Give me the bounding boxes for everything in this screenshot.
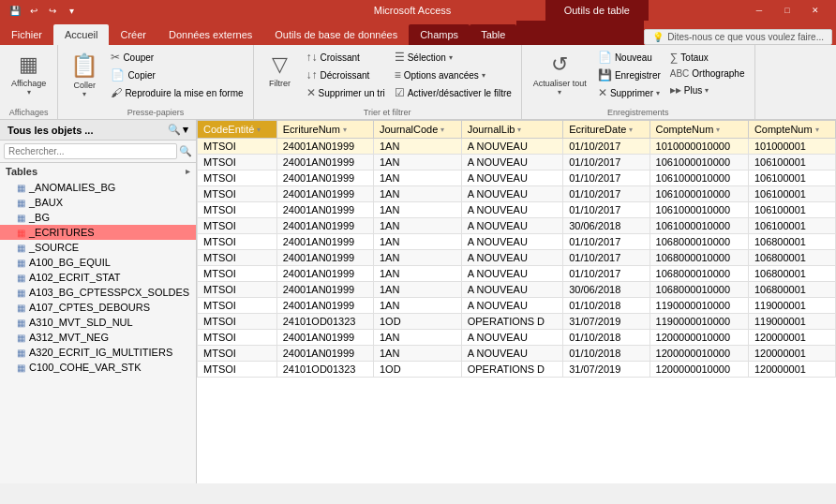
table-row[interactable]: MTSOI24001AN019991ANA NOUVEAU01/10/20171… xyxy=(198,234,836,250)
table-item-a100[interactable]: ▦ A100_BG_EQUIL xyxy=(0,255,196,270)
table-name-a107: A107_CPTES_DEBOURS xyxy=(29,302,150,313)
table-item-a102[interactable]: ▦ A102_ECRIT_STAT xyxy=(0,270,196,285)
table-row[interactable]: MTSOI24001AN019991ANA NOUVEAU01/10/20171… xyxy=(198,170,836,186)
btn-nouveau[interactable]: 📄 Nouveau xyxy=(594,49,664,66)
title-bar-controls[interactable]: ─ □ ✕ xyxy=(746,3,829,18)
table-item-a103[interactable]: ▦ A103_BG_CPTESSPCX_SOLDES xyxy=(0,285,196,300)
btn-copier[interactable]: 📄 Copier xyxy=(107,67,246,83)
table-item-a312[interactable]: ▦ A312_MVT_NEG xyxy=(0,330,196,345)
section-arrow: ▸ xyxy=(186,167,190,176)
table-name-a102: A102_ECRIT_STAT xyxy=(29,272,120,283)
activer-filtre-label: Activer/désactiver le filtre xyxy=(408,88,512,98)
btn-actualiser[interactable]: ↺ Actualiser tout ▾ xyxy=(528,49,592,100)
table-cell: A NOUVEAU xyxy=(461,155,562,170)
table-item-ecritures[interactable]: ▦ _ECRITURES xyxy=(0,225,196,240)
table-row[interactable]: MTSOI24001AN019991ANA NOUVEAU01/10/20181… xyxy=(198,298,836,314)
actualiser-label: Actualiser tout xyxy=(533,79,587,88)
btn-plus[interactable]: ▸▸ Plus ▾ xyxy=(666,82,749,98)
group-affichages-content: ▦ Affichage ▾ xyxy=(6,49,52,106)
btn-activer-filtre[interactable]: ☑ Activer/désactiver le filtre xyxy=(391,84,515,101)
col-header-journalcode[interactable]: JournalCode ▾ xyxy=(373,121,461,139)
table-row[interactable]: MTSOI24001AN019991ANA NOUVEAU01/10/20181… xyxy=(198,330,836,346)
search-input[interactable] xyxy=(4,143,177,159)
table-item-source[interactable]: ▦ _SOURCE xyxy=(0,240,196,255)
undo-icon[interactable]: ↩ xyxy=(26,3,41,18)
redo-icon[interactable]: ↪ xyxy=(45,3,60,18)
table-cell: 1190000010000 xyxy=(649,298,748,314)
tab-outils-bd[interactable]: Outils de base de données xyxy=(263,24,409,45)
group-trier-label: Trier et filtrer xyxy=(364,108,411,117)
table-name-a312: A312_MVT_NEG xyxy=(29,332,109,343)
table-cell: 106100001 xyxy=(748,170,835,186)
group-enregistrements-content: ↺ Actualiser tout ▾ 📄 Nouveau 💾 Enregist… xyxy=(528,49,749,106)
plus-label: Plus xyxy=(684,85,702,96)
btn-totaux[interactable]: ∑ Totaux xyxy=(666,49,749,66)
affichage-dropdown: ▾ xyxy=(27,88,31,96)
filter-col: ☰ Sélection ▾ ≡ Options avancées ▾ ☑ Act… xyxy=(391,49,515,101)
tab-creer[interactable]: Créer xyxy=(109,24,157,45)
table-item-c100[interactable]: ▦ C100_COHE_VAR_STK xyxy=(0,360,196,375)
table-row[interactable]: MTSOI24001AN019991ANA NOUVEAU01/10/20171… xyxy=(198,202,836,218)
maximize-button[interactable]: □ xyxy=(774,3,800,18)
btn-croissant[interactable]: ↑↓ Croissant xyxy=(303,49,389,66)
btn-supprimer-tri[interactable]: ✕ Supprimer un tri xyxy=(303,84,389,101)
btn-couper[interactable]: ✂ Couper xyxy=(107,49,246,66)
tab-champs[interactable]: Champs xyxy=(409,24,470,45)
save-icon[interactable]: 💾 xyxy=(7,3,22,18)
tab-table[interactable]: Table xyxy=(470,24,516,45)
table-row[interactable]: MTSOI24001AN019991ANA NOUVEAU30/06/20181… xyxy=(198,282,836,298)
col-header-journallib[interactable]: JournalLib ▾ xyxy=(461,121,562,139)
dropdown-icon[interactable]: ▾ xyxy=(64,3,79,18)
table-row[interactable]: MTSOI24101OD013231ODOPERATIONS D31/07/20… xyxy=(198,314,836,330)
col-header-ecriturenum[interactable]: EcritureNum ▾ xyxy=(276,121,373,139)
tab-fichier[interactable]: Fichier xyxy=(0,24,53,45)
table-cell: MTSOI xyxy=(198,298,277,314)
table-item-a107[interactable]: ▦ A107_CPTES_DEBOURS xyxy=(0,300,196,315)
btn-decroissant[interactable]: ↓↑ Décroissant xyxy=(303,67,389,83)
panel-menu-icon[interactable]: ▾ xyxy=(183,124,188,136)
search-help[interactable]: 💡 Dites-nous ce que vous voulez faire... xyxy=(644,29,832,45)
data-area[interactable]: CodeEntité ▾ EcritureNum ▾ JournalCode xyxy=(197,120,836,483)
col-header-ecrituredate[interactable]: EcritureDate ▾ xyxy=(563,121,649,139)
table-item-baux[interactable]: ▦ _BAUX xyxy=(0,195,196,210)
col-label-ecriturenum: EcritureNum xyxy=(283,124,340,135)
table-item-a310[interactable]: ▦ A310_MVT_SLD_NUL xyxy=(0,315,196,330)
table-row[interactable]: MTSOI24001AN019991ANA NOUVEAU01/10/20171… xyxy=(198,139,836,155)
title-bar: 💾 ↩ ↪ ▾ Microsoft Access Outils de table… xyxy=(0,0,836,21)
table-item-anomalies[interactable]: ▦ _ANOMALIES_BG xyxy=(0,180,196,195)
panel-search-icon[interactable]: 🔍 xyxy=(168,124,181,136)
btn-coller[interactable]: 📋 Coller ▾ xyxy=(64,49,105,102)
btn-supprimer[interactable]: ✕ Supprimer ▾ xyxy=(594,84,664,101)
table-row[interactable]: MTSOI24001AN019991ANA NOUVEAU01/10/20171… xyxy=(198,186,836,202)
tab-accueil[interactable]: Accueil xyxy=(53,24,109,45)
orthographe-label: Orthographe xyxy=(692,68,744,79)
table-name-ecritures: _ECRITURES xyxy=(29,227,95,238)
tab-donnees-externes[interactable]: Données externes xyxy=(157,24,263,45)
table-row[interactable]: MTSOI24001AN019991ANA NOUVEAU01/10/20171… xyxy=(198,250,836,266)
minimize-button[interactable]: ─ xyxy=(746,3,772,18)
table-row[interactable]: MTSOI24101OD013231ODOPERATIONS D31/07/20… xyxy=(198,362,836,378)
sort-col: ↑↓ Croissant ↓↑ Décroissant ✕ Supprimer … xyxy=(303,49,389,101)
selection-icon: ☰ xyxy=(395,51,405,64)
btn-reproduire[interactable]: 🖌 Reproduire la mise en forme xyxy=(107,84,246,101)
table-item-bg[interactable]: ▦ _BG xyxy=(0,210,196,225)
table-cell: MTSOI xyxy=(198,218,277,234)
col-header-codeentite[interactable]: CodeEntité ▾ xyxy=(198,121,277,139)
table-icon-baux: ▦ xyxy=(17,198,25,208)
couper-label: Couper xyxy=(123,52,154,63)
close-button[interactable]: ✕ xyxy=(802,3,829,18)
col-header-comptenum2[interactable]: CompteNum ▾ xyxy=(748,121,835,139)
btn-selection[interactable]: ☰ Sélection ▾ xyxy=(391,49,515,66)
btn-orthographe[interactable]: ABC Orthographe xyxy=(666,67,749,81)
btn-options-avancees[interactable]: ≡ Options avancées ▾ xyxy=(391,67,515,83)
col-header-comptenum1[interactable]: CompteNum ▾ xyxy=(649,121,748,139)
btn-enregistrer[interactable]: 💾 Enregistrer xyxy=(594,67,664,83)
table-item-a320[interactable]: ▦ A320_ECRIT_IG_MULTITIERS xyxy=(0,345,196,360)
btn-affichage[interactable]: ▦ Affichage ▾ xyxy=(6,49,52,100)
table-row[interactable]: MTSOI24001AN019991ANA NOUVEAU01/10/20171… xyxy=(198,155,836,170)
btn-filtrer[interactable]: ▽ Filtrer xyxy=(260,49,301,92)
table-row[interactable]: MTSOI24001AN019991ANA NOUVEAU30/06/20181… xyxy=(198,218,836,234)
table-cell: 120000001 xyxy=(748,346,835,362)
table-row[interactable]: MTSOI24001AN019991ANA NOUVEAU01/10/20181… xyxy=(198,346,836,362)
table-row[interactable]: MTSOI24001AN019991ANA NOUVEAU01/10/20171… xyxy=(198,266,836,282)
